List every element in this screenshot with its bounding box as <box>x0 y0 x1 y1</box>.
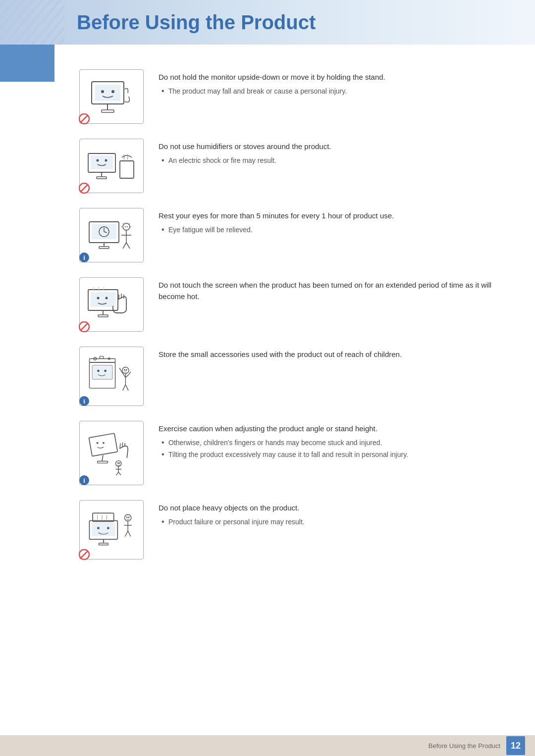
bullet-list-2: An electric shock or fire may result. <box>159 155 495 166</box>
icon-touch-screen <box>79 277 144 332</box>
svg-text:i: i <box>83 398 85 405</box>
svg-point-55 <box>104 370 107 372</box>
svg-point-5 <box>111 90 114 93</box>
text-block-5: Store the small accessories used with th… <box>159 347 495 363</box>
svg-line-76 <box>118 472 121 475</box>
svg-rect-40 <box>98 315 108 317</box>
svg-rect-53 <box>92 365 112 379</box>
svg-text:i: i <box>83 477 85 484</box>
svg-rect-64 <box>89 433 117 456</box>
svg-rect-9 <box>91 155 113 169</box>
svg-point-56 <box>122 367 129 374</box>
svg-line-94 <box>125 531 128 536</box>
icon-monitor-upside-down <box>79 69 144 124</box>
safety-item-1: Do not hold the monitor upside-down or m… <box>79 69 495 124</box>
bullet-1-1: The product may fall and break or cause … <box>159 86 495 97</box>
svg-line-28 <box>129 223 130 224</box>
svg-line-68 <box>122 443 123 447</box>
safety-item-6: i Exercise caution when adjusting the pr… <box>79 421 495 485</box>
svg-point-97 <box>107 527 109 529</box>
svg-point-71 <box>117 462 119 464</box>
svg-rect-20 <box>99 247 109 249</box>
svg-line-47 <box>81 323 88 330</box>
bullet-2-1: An electric shock or fire may result. <box>159 155 495 166</box>
svg-point-58 <box>126 369 127 371</box>
svg-line-34 <box>126 243 130 249</box>
bullet-3-1: Eye fatigue will be relieved. <box>159 225 495 235</box>
text-block-3: Rest your eyes for more than 5 minutes f… <box>159 208 495 237</box>
svg-line-67 <box>120 444 120 448</box>
svg-point-57 <box>124 369 125 371</box>
svg-point-78 <box>103 442 105 444</box>
svg-rect-66 <box>98 461 108 463</box>
svg-rect-11 <box>97 177 107 179</box>
svg-rect-84 <box>99 543 108 545</box>
svg-line-16 <box>81 185 88 192</box>
safety-item-7: Do not place heavy objects on the produc… <box>79 500 495 559</box>
svg-line-99 <box>81 551 88 558</box>
svg-rect-48 <box>89 358 115 362</box>
svg-rect-38 <box>91 292 115 307</box>
svg-rect-3 <box>102 110 114 112</box>
svg-line-33 <box>123 243 126 249</box>
svg-line-69 <box>125 443 125 447</box>
text-block-6: Exercise caution when adjusting the prod… <box>159 421 495 461</box>
text-block-2: Do not use humidifiers or stoves around … <box>159 139 495 167</box>
svg-point-89 <box>125 514 131 521</box>
bullet-list-7: Product failure or personal injure may r… <box>159 517 495 527</box>
svg-rect-12 <box>120 161 134 178</box>
footer-label: Before Using the Product <box>428 742 500 750</box>
page-number: 12 <box>506 736 525 755</box>
svg-point-45 <box>106 297 108 300</box>
icon-eye-rest: i <box>79 208 144 262</box>
svg-line-25 <box>125 226 126 227</box>
svg-point-72 <box>119 462 120 464</box>
svg-point-4 <box>101 90 104 93</box>
svg-line-75 <box>116 472 118 475</box>
icon-accessories-children: i <box>79 347 144 406</box>
bullet-list-6: Otherwise, children's fingers or hands m… <box>159 438 495 460</box>
svg-point-44 <box>97 297 100 300</box>
page-title: Before Using the Product <box>77 11 316 34</box>
svg-point-91 <box>128 516 130 518</box>
svg-line-95 <box>128 531 131 536</box>
page-header: Before Using the Product <box>0 0 535 45</box>
safety-item-4: Do not touch the screen when the product… <box>79 277 495 332</box>
svg-point-54 <box>97 370 100 372</box>
svg-point-96 <box>97 527 100 529</box>
svg-line-65 <box>102 455 103 461</box>
safety-item-2: Do not use humidifiers or stoves around … <box>79 139 495 193</box>
svg-point-77 <box>97 442 99 444</box>
svg-text:i: i <box>83 254 85 261</box>
svg-point-90 <box>126 516 128 518</box>
text-block-1: Do not hold the monitor upside-down or m… <box>159 69 495 98</box>
svg-point-13 <box>97 159 99 162</box>
svg-line-61 <box>125 385 128 391</box>
svg-rect-1 <box>95 85 120 101</box>
icon-angle-adjustment: i <box>79 421 144 485</box>
svg-line-27 <box>123 223 123 224</box>
svg-line-26 <box>127 226 128 227</box>
page-footer: Before Using the Product 12 <box>0 735 535 756</box>
svg-point-14 <box>105 159 107 162</box>
svg-point-24 <box>123 223 130 230</box>
safety-item-3: i Rest your eyes for more than 5 minutes… <box>79 208 495 262</box>
icon-heavy-objects <box>79 500 144 559</box>
svg-line-7 <box>81 115 88 122</box>
icon-humidifier-stove <box>79 139 144 193</box>
main-content: Do not hold the monitor upside-down or m… <box>0 59 535 604</box>
bullet-7-1: Product failure or personal injure may r… <box>159 517 495 527</box>
safety-item-5: i Store the small accessories used with … <box>79 347 495 406</box>
bullet-6-1: Otherwise, children's fingers or hands m… <box>159 438 495 448</box>
bullet-6-2: Tilting the product excessively may caus… <box>159 450 495 460</box>
svg-line-60 <box>123 385 126 391</box>
text-block-7: Do not place heavy objects on the produc… <box>159 500 495 529</box>
bullet-list-3: Eye fatigue will be relieved. <box>159 225 495 235</box>
text-block-4: Do not touch the screen when the product… <box>159 277 495 305</box>
bullet-list-1: The product may fall and break or cause … <box>159 86 495 97</box>
